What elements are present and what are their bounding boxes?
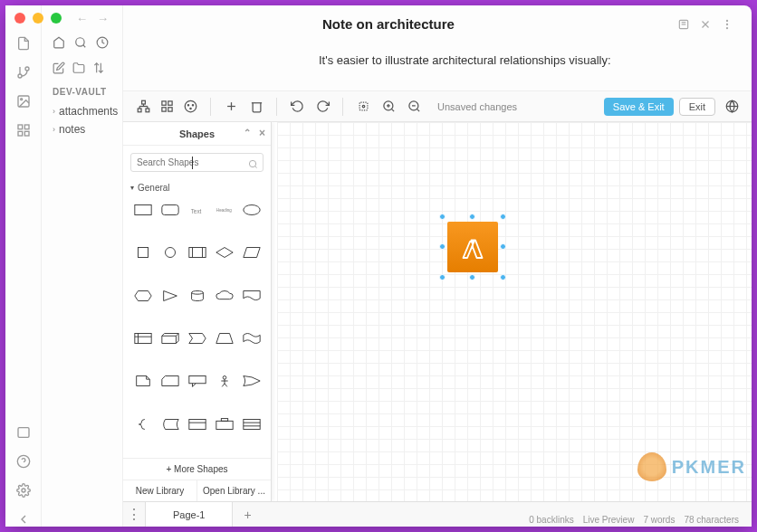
search-icon[interactable] [248,157,258,173]
shape-actor[interactable] [212,371,236,391]
tree-folder-notes[interactable]: ›notes [47,120,117,138]
sort-icon[interactable] [92,62,105,74]
shape-cube[interactable] [158,328,182,348]
image-icon[interactable] [16,94,31,109]
clock-icon[interactable] [96,36,109,49]
shape-parallelogram[interactable] [239,242,264,262]
palette-icon[interactable] [179,96,201,118]
shapes-search-input[interactable] [130,153,264,172]
open-library-button[interactable]: Open Library ... [197,480,271,501]
resize-handle-w[interactable] [439,243,446,250]
shape-rounded-rect[interactable] [158,200,182,220]
shapes-icon[interactable] [156,96,177,118]
resize-handle-ne[interactable] [500,214,506,220]
selected-shape-lambda[interactable] [439,214,506,280]
close-panel-icon[interactable]: × [259,127,265,139]
maximize-window[interactable] [51,13,62,24]
shape-curly-brace[interactable] [130,414,155,434]
svg-rect-32 [168,101,171,105]
shape-list[interactable] [239,414,264,434]
new-folder-icon[interactable] [72,62,85,74]
shape-rectangle[interactable] [130,200,155,220]
nav-back-icon[interactable]: ← [76,12,88,25]
minimize-window[interactable] [33,13,43,24]
zoom-out-icon[interactable] [403,96,425,118]
shape-or[interactable] [239,371,264,391]
redo-icon[interactable] [311,96,333,118]
shape-textbox[interactable]: Heading [212,200,236,220]
shape-callout[interactable] [185,371,209,391]
shape-cloud[interactable] [212,286,236,306]
shape-note[interactable] [130,371,155,391]
grid-icon[interactable] [16,123,31,138]
undo-icon[interactable] [286,96,308,118]
shape-cylinder[interactable] [185,286,209,306]
sitemap-icon[interactable] [132,96,154,118]
shape-tape[interactable] [239,328,264,348]
resize-handle-n[interactable] [469,214,475,220]
shape-square[interactable] [130,242,155,262]
resize-handle-se[interactable] [500,274,506,280]
shape-card[interactable] [158,371,182,391]
new-note-icon[interactable] [53,62,65,74]
diagram-editor: Unsaved changes Save & Exit Exit Shapes … [123,90,752,527]
shapes-category[interactable]: ▾ General [123,179,271,196]
canvas-grid[interactable] [277,122,752,501]
home-icon[interactable] [53,36,65,49]
svg-rect-86 [243,419,259,429]
resize-handle-sw[interactable] [439,274,446,280]
shape-ellipse[interactable] [239,200,264,220]
help-icon[interactable] [16,454,31,469]
shape-step[interactable] [185,328,209,348]
shape-container[interactable] [185,414,209,434]
add-icon[interactable] [220,96,242,118]
fit-icon[interactable] [352,96,374,118]
note-body[interactable]: It's easier to illustrate architectural … [123,39,752,81]
shape-data[interactable] [158,414,182,434]
resize-handle-nw[interactable] [439,214,446,220]
vault-icon[interactable] [16,425,31,440]
save-exit-button[interactable]: Save & Exit [604,98,674,116]
shape-circle[interactable] [158,242,182,262]
nav-forward-icon[interactable]: → [97,12,109,25]
close-note-icon[interactable] [699,18,712,31]
shape-triangle[interactable] [158,286,182,306]
new-library-button[interactable]: New Library [123,480,197,501]
shape-document[interactable] [239,286,264,306]
more-shapes-button[interactable]: + More Shapes [123,458,271,480]
collapse-icon[interactable] [16,512,31,527]
shape-process[interactable] [185,242,209,262]
status-backlinks[interactable]: 0 backlinks [529,515,573,525]
shape-hexagon[interactable] [130,286,155,306]
globe-icon[interactable] [721,96,743,118]
svg-point-36 [187,105,188,106]
page-menu-icon[interactable]: ⋮ [123,506,145,523]
branch-icon[interactable] [16,65,31,80]
resize-handle-e[interactable] [500,243,506,250]
shape-text[interactable]: Text [185,200,209,220]
shapes-panel-title: Shapes [179,128,215,139]
svg-rect-82 [188,419,205,429]
tree-folder-attachments[interactable]: ›attachments [47,102,117,120]
exit-button[interactable]: Exit [679,98,715,116]
shape-internal-storage[interactable] [130,328,155,348]
more-icon[interactable] [721,18,733,31]
close-window[interactable] [14,13,25,24]
resize-handle-s[interactable] [469,274,475,280]
add-page-icon[interactable]: + [233,508,262,522]
note-title[interactable]: Note on architecture [322,16,455,32]
status-preview[interactable]: Live Preview [583,515,635,525]
reading-mode-icon[interactable] [677,18,690,31]
delete-icon[interactable] [245,96,267,118]
page-tab-1[interactable]: Page-1 [145,502,233,527]
file-icon[interactable] [16,36,31,51]
collapse-panel-icon[interactable]: ⌃ [244,128,251,138]
shape-diamond[interactable] [212,242,236,262]
zoom-in-icon[interactable] [378,96,399,118]
search-icon[interactable] [74,36,87,49]
svg-point-68 [191,290,203,294]
shape-trapezoid[interactable] [212,328,236,348]
settings-icon[interactable] [16,483,31,498]
shape-container2[interactable] [212,414,236,434]
svg-rect-26 [146,109,149,112]
